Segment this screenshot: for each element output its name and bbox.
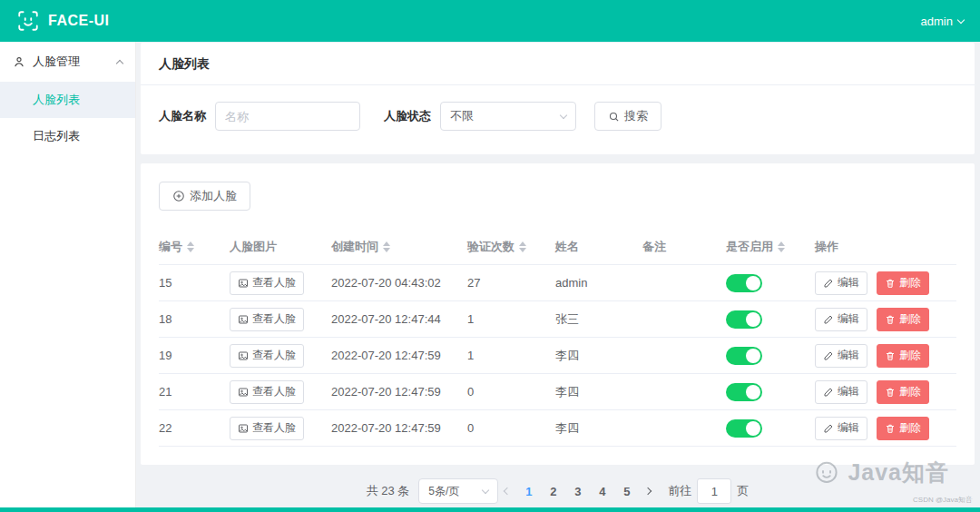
delete-button[interactable]: 删除 bbox=[877, 344, 929, 368]
pagination: 共 23 条 5条/页 12345 前往 页 bbox=[141, 478, 975, 504]
user-menu[interactable]: admin bbox=[921, 15, 964, 28]
column-header-0[interactable]: 编号 bbox=[159, 239, 230, 255]
goto-label: 前往 bbox=[668, 483, 691, 499]
delete-button[interactable]: 删除 bbox=[877, 380, 929, 404]
enable-toggle[interactable] bbox=[726, 419, 762, 438]
page-button-5[interactable]: 5 bbox=[614, 478, 639, 504]
enable-toggle[interactable] bbox=[726, 347, 762, 365]
edit-button[interactable]: 编辑 bbox=[815, 308, 867, 331]
prev-page-button[interactable] bbox=[498, 478, 516, 504]
view-face-button[interactable]: 查看人脸 bbox=[230, 380, 304, 404]
trash-icon bbox=[885, 423, 896, 434]
app-title: FACE-UI bbox=[48, 13, 110, 29]
column-label: 备注 bbox=[642, 239, 666, 255]
sidebar-group-label: 人脸管理 bbox=[33, 54, 80, 70]
edit-button[interactable]: 编辑 bbox=[815, 344, 867, 368]
created-time: 2022-07-20 12:47:44 bbox=[331, 312, 441, 326]
row-id: 22 bbox=[159, 421, 172, 435]
picture-icon bbox=[238, 350, 249, 361]
filter-card: 人脸列表 人脸名称 人脸状态 不限 搜索 bbox=[141, 43, 975, 154]
main-layout: 人脸管理 人脸列表 日志列表 人脸列表 人脸名称 人脸状态 不限 bbox=[0, 42, 980, 507]
sort-carets-icon[interactable] bbox=[778, 241, 785, 252]
face-table: 编号人脸图片创建时间验证次数姓名备注是否启用操作 15查看人脸2022-07-2… bbox=[159, 229, 956, 447]
delete-button[interactable]: 删除 bbox=[877, 417, 929, 440]
row-id: 18 bbox=[159, 312, 172, 326]
delete-button[interactable]: 删除 bbox=[877, 271, 929, 295]
total-count: 共 23 条 bbox=[367, 483, 410, 499]
sort-carets-icon[interactable] bbox=[187, 241, 194, 252]
face-status-label: 人脸状态 bbox=[384, 108, 431, 124]
sidebar-item-label: 日志列表 bbox=[33, 128, 80, 144]
column-label: 人脸图片 bbox=[230, 239, 277, 255]
face-status-select[interactable]: 不限 bbox=[440, 102, 576, 131]
main-content: 人脸列表 人脸名称 人脸状态 不限 搜索 bbox=[136, 42, 980, 507]
page-title: 人脸列表 bbox=[141, 43, 975, 85]
enable-toggle[interactable] bbox=[726, 383, 762, 401]
verify-count: 1 bbox=[467, 349, 474, 362]
search-icon bbox=[608, 111, 620, 123]
face-status-value: 不限 bbox=[450, 108, 474, 124]
picture-icon bbox=[238, 278, 249, 289]
picture-icon bbox=[238, 423, 249, 434]
view-face-button[interactable]: 查看人脸 bbox=[230, 308, 304, 331]
face-name: 李四 bbox=[555, 384, 579, 400]
view-face-button[interactable]: 查看人脸 bbox=[230, 417, 304, 440]
logo: FACE-UI bbox=[16, 9, 110, 33]
table-row: 19查看人脸2022-07-20 12:47:591李四编辑删除 bbox=[159, 338, 956, 374]
face-name: admin bbox=[555, 276, 587, 290]
enable-toggle[interactable] bbox=[726, 310, 762, 329]
user-icon bbox=[13, 55, 25, 68]
face-name: 李四 bbox=[555, 420, 579, 437]
trash-icon bbox=[885, 387, 896, 398]
page-button-2[interactable]: 2 bbox=[541, 478, 565, 504]
edit-button[interactable]: 编辑 bbox=[815, 380, 867, 404]
bottom-accent-bar bbox=[0, 507, 980, 512]
column-label: 创建时间 bbox=[331, 239, 378, 255]
page-button-1[interactable]: 1 bbox=[516, 478, 541, 504]
row-id: 15 bbox=[159, 276, 172, 290]
sort-carets-icon[interactable] bbox=[519, 241, 526, 252]
column-label: 姓名 bbox=[555, 239, 579, 255]
column-header-2[interactable]: 创建时间 bbox=[331, 239, 467, 255]
face-name: 张三 bbox=[555, 311, 579, 328]
face-scan-logo-icon bbox=[16, 9, 40, 33]
enable-toggle[interactable] bbox=[726, 274, 762, 292]
search-button[interactable]: 搜索 bbox=[594, 102, 662, 131]
column-header-6[interactable]: 是否启用 bbox=[726, 239, 815, 255]
chevron-down-icon bbox=[482, 486, 489, 493]
delete-button[interactable]: 删除 bbox=[877, 308, 929, 331]
table-row: 18查看人脸2022-07-20 12:47:441张三编辑删除 bbox=[159, 301, 956, 338]
app-header: FACE-UI admin bbox=[0, 0, 980, 42]
table-row: 21查看人脸2022-07-20 12:47:590李四编辑删除 bbox=[159, 374, 956, 410]
add-face-button[interactable]: 添加人脸 bbox=[159, 182, 250, 211]
edit-button[interactable]: 编辑 bbox=[815, 271, 867, 295]
column-header-1: 人脸图片 bbox=[230, 239, 331, 255]
edit-icon bbox=[823, 387, 834, 398]
view-face-button[interactable]: 查看人脸 bbox=[230, 344, 304, 368]
filter-row: 人脸名称 人脸状态 不限 搜索 bbox=[141, 85, 975, 154]
edit-button[interactable]: 编辑 bbox=[815, 417, 867, 440]
table-card: 添加人脸 编号人脸图片创建时间验证次数姓名备注是否启用操作 15查看人脸2022… bbox=[141, 163, 975, 465]
created-time: 2022-07-20 04:43:02 bbox=[331, 276, 441, 290]
sidebar-group-face-management[interactable]: 人脸管理 bbox=[0, 42, 135, 82]
view-face-button[interactable]: 查看人脸 bbox=[230, 271, 304, 295]
sidebar-item-log-list[interactable]: 日志列表 bbox=[0, 118, 135, 154]
row-id: 21 bbox=[159, 385, 172, 399]
sort-carets-icon[interactable] bbox=[383, 241, 390, 252]
column-label: 编号 bbox=[159, 239, 182, 255]
trash-icon bbox=[885, 350, 896, 361]
column-header-3[interactable]: 验证次数 bbox=[467, 239, 555, 255]
sidebar-item-label: 人脸列表 bbox=[33, 92, 80, 108]
face-name-input[interactable] bbox=[215, 102, 360, 131]
edit-icon bbox=[823, 314, 834, 325]
column-header-4: 姓名 bbox=[555, 239, 642, 255]
sidebar-item-face-list[interactable]: 人脸列表 bbox=[0, 82, 135, 118]
edit-icon bbox=[823, 423, 834, 434]
page-button-3[interactable]: 3 bbox=[565, 478, 590, 504]
picture-icon bbox=[238, 314, 249, 325]
next-page-button[interactable] bbox=[639, 478, 657, 504]
page-size-select[interactable]: 5条/页 bbox=[418, 478, 498, 504]
goto-page-input[interactable] bbox=[697, 478, 731, 504]
page-unit-label: 页 bbox=[737, 483, 749, 499]
page-button-4[interactable]: 4 bbox=[590, 478, 614, 504]
